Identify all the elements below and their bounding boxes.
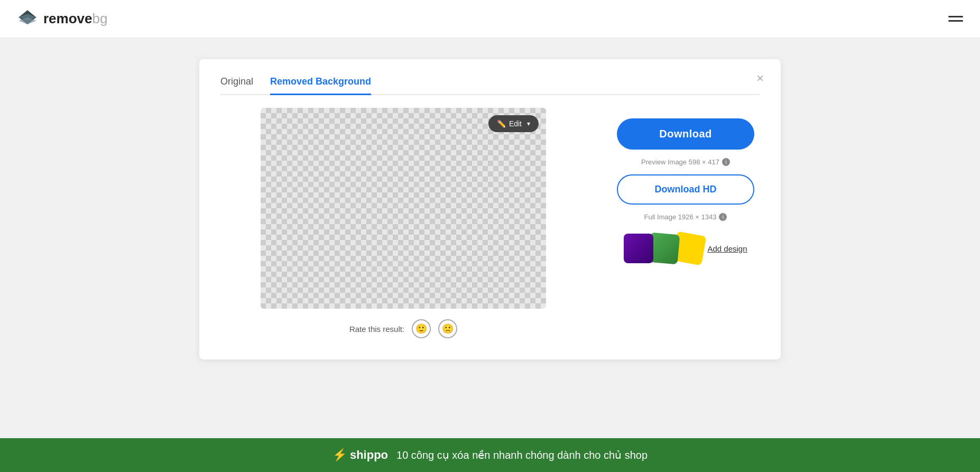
tab-original[interactable]: Original [220,76,253,95]
sad-rating-button[interactable]: 🙁 [438,319,457,338]
logo-text: removebg [43,11,107,27]
result-card: Original Removed Background × [199,59,781,359]
tabs: Original Removed Background [220,76,760,95]
rating-label: Rate this result: [349,325,404,334]
close-button[interactable]: × [756,72,764,85]
shippo-logo-text: shippo [350,448,388,462]
edit-label: Edit [509,119,522,128]
card-body: X-LOGISTICS ⚡ shippo 中国-东营跨境专线 [220,108,760,338]
bolt-icon: ⚡ [332,448,347,462]
hamburger-menu-button[interactable] [948,16,963,22]
design-thumbnails [624,234,700,263]
edit-button[interactable]: ✏️ Edit ▾ [488,115,539,132]
pencil-icon: ✏️ [497,119,506,128]
happy-rating-button[interactable]: 🙂 [412,319,431,338]
header: removebg [0,0,980,38]
main-content: Original Removed Background × [0,38,980,438]
removebg-logo-icon [17,8,38,30]
preview-info-icon: i [722,158,730,166]
tab-removed-bg[interactable]: Removed Background [270,76,371,95]
right-panel: Download Preview Image 598 × 417 i Downl… [612,108,760,338]
full-info-icon: i [719,213,727,221]
checkerboard-bg [261,108,546,309]
image-area: X-LOGISTICS ⚡ shippo 中国-东营跨境专线 [220,108,586,338]
rating-area: Rate this result: 🙂 🙁 [349,319,457,338]
full-info-text: Full Image 1926 × 1343 [644,213,717,221]
full-info: Full Image 1926 × 1343 i [644,213,727,221]
design-thumb-1 [624,234,653,263]
download-hd-button[interactable]: Download HD [617,174,754,205]
footer-banner: ⚡ shippo 10 công cụ xóa nền nhanh chóng … [0,438,980,472]
logo: removebg [17,8,107,30]
shippo-footer-logo: ⚡ shippo [332,448,388,462]
add-design-area: Add design [624,234,747,263]
preview-info: Preview Image 598 × 417 i [641,158,730,166]
download-button[interactable]: Download [617,118,754,150]
result-image-container: X-LOGISTICS ⚡ shippo 中国-东营跨境专线 [261,108,546,309]
preview-info-text: Preview Image 598 × 417 [641,158,719,166]
add-design-link[interactable]: Add design [707,244,747,253]
dropdown-arrow-icon: ▾ [527,120,530,127]
footer-banner-text: 10 công cụ xóa nền nhanh chóng dành cho … [396,449,648,461]
